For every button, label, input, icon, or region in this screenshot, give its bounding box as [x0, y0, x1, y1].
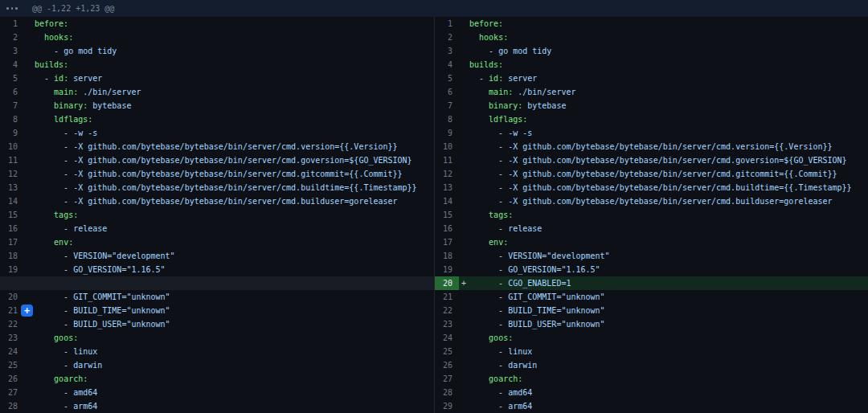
marker-spacer [24, 58, 35, 72]
line-number[interactable]: 5 [0, 72, 24, 85]
diff-row: 26 - darwin [435, 358, 868, 372]
yaml-value: arm64 [73, 402, 97, 411]
line-number[interactable]: 9 [435, 126, 459, 140]
line-number[interactable]: 28 [435, 386, 459, 399]
line-number[interactable]: 23 [0, 331, 24, 345]
line-number[interactable]: 22 [435, 304, 459, 317]
line-number[interactable]: 27 [435, 372, 459, 386]
line-number[interactable]: 25 [435, 345, 459, 358]
line-number[interactable]: 6 [0, 85, 24, 99]
line-number[interactable]: 8 [0, 112, 24, 126]
code-line: - -X github.com/bytebase/bytebase/bin/se… [24, 167, 434, 181]
line-number[interactable]: 19 [435, 263, 459, 276]
line-number[interactable]: 1 [0, 17, 24, 31]
line-number[interactable]: 11 [435, 153, 459, 167]
yaml-key: before: [469, 19, 503, 28]
marker-spacer [24, 208, 35, 222]
line-number[interactable]: 19 [0, 263, 24, 276]
line-number[interactable]: 24 [435, 331, 459, 345]
yaml-key: env: [54, 238, 73, 247]
line-number[interactable]: 12 [0, 167, 24, 181]
line-number[interactable]: 6 [435, 85, 459, 99]
line-number[interactable]: 14 [0, 194, 24, 208]
add-comment-button[interactable]: + [21, 305, 33, 317]
diff-row: 12 - -X github.com/bytebase/bytebase/bin… [0, 167, 434, 181]
yaml-value: BUILD_TIME="unknown" [73, 306, 170, 315]
yaml-plain: - [469, 306, 508, 315]
marker-spacer [459, 99, 469, 112]
yaml-value: go mod tidy [498, 47, 551, 55]
line-number[interactable]: 23 [435, 317, 459, 331]
diff-row: 17 env: [0, 235, 434, 249]
line-number[interactable]: 5 [435, 72, 459, 85]
line-number[interactable]: 28 [0, 399, 24, 413]
line-number[interactable]: 12 [435, 167, 459, 181]
diff-row: 12 - -X github.com/bytebase/bytebase/bin… [435, 167, 868, 181]
line-number[interactable]: 7 [435, 99, 459, 112]
line-number[interactable]: 15 [435, 208, 459, 222]
line-number[interactable]: 14 [435, 194, 459, 208]
kebab-horizontal-icon[interactable] [0, 0, 24, 17]
yaml-plain [35, 33, 44, 42]
yaml-plain: - [469, 265, 508, 274]
code-line: - darwin [24, 358, 434, 372]
line-number[interactable]: 17 [0, 235, 24, 249]
yaml-plain: - [35, 388, 73, 397]
line-number[interactable]: 3 [0, 44, 24, 58]
line-number[interactable]: 18 [435, 249, 459, 263]
yaml-value: -w -s [508, 129, 532, 137]
line-number[interactable]: 4 [435, 58, 459, 72]
line-number[interactable]: 13 [0, 181, 24, 194]
diff-row: 19 - GO_VERSION="1.16.5" [0, 263, 434, 276]
diff-row: 24 - linux [0, 345, 434, 358]
yaml-plain: - [469, 279, 508, 288]
line-number[interactable]: 4 [0, 58, 24, 72]
diff-row: 27 goarch: [435, 372, 868, 386]
marker-spacer [459, 85, 469, 99]
yaml-plain: - [35, 306, 73, 315]
diff-row: 21 - BUILD_TIME="unknown"+ [0, 304, 434, 317]
line-number[interactable]: 3 [435, 44, 459, 58]
yaml-key: goos: [54, 333, 78, 342]
line-number[interactable]: 24 [0, 345, 24, 358]
line-number[interactable]: 15 [0, 208, 24, 222]
line-number[interactable]: 7 [0, 99, 24, 112]
line-number[interactable]: 21 [435, 290, 459, 304]
yaml-key: tags: [489, 211, 513, 219]
line-number[interactable]: 17 [435, 235, 459, 249]
marker-spacer [459, 112, 469, 126]
marker-spacer [459, 358, 469, 372]
line-number[interactable]: 18 [0, 249, 24, 263]
line-number[interactable]: 27 [0, 386, 24, 399]
line-number[interactable]: 20 [435, 276, 459, 290]
diff-body: 1 before:2 hooks:3 - go mod tidy4 builds… [0, 17, 868, 413]
line-number[interactable]: 20 [0, 290, 24, 304]
line-number[interactable]: 16 [0, 222, 24, 235]
yaml-value: release [508, 224, 542, 233]
line-number[interactable]: 26 [435, 358, 459, 372]
line-number[interactable]: 22 [0, 317, 24, 331]
line-number[interactable]: 13 [435, 181, 459, 194]
line-number[interactable]: 10 [0, 140, 24, 153]
line-number[interactable]: 11 [0, 153, 24, 167]
line-number[interactable]: 2 [435, 31, 459, 44]
line-number[interactable]: 2 [0, 31, 24, 44]
marker-spacer [24, 17, 35, 31]
diff-row: 14 - -X github.com/bytebase/bytebase/bin… [0, 194, 434, 208]
code-line: - amd64 [24, 386, 434, 399]
yaml-plain: - [469, 47, 498, 55]
line-number[interactable]: 29 [435, 399, 459, 413]
line-number[interactable]: 16 [435, 222, 459, 235]
marker-spacer [459, 167, 469, 181]
marker-spacer [24, 126, 35, 140]
hunk-range-text: @@ -1,22 +1,23 @@ [24, 4, 114, 13]
line-number[interactable]: 9 [0, 126, 24, 140]
line-number[interactable]: 10 [435, 140, 459, 153]
line-number[interactable]: 25 [0, 358, 24, 372]
code-line: env: [459, 235, 868, 249]
line-number[interactable]: 8 [435, 112, 459, 126]
yaml-plain: - [469, 388, 508, 397]
line-number[interactable]: 1 [435, 17, 459, 31]
line-number[interactable]: 26 [0, 372, 24, 386]
diff-row: 10 - -X github.com/bytebase/bytebase/bin… [435, 140, 868, 153]
